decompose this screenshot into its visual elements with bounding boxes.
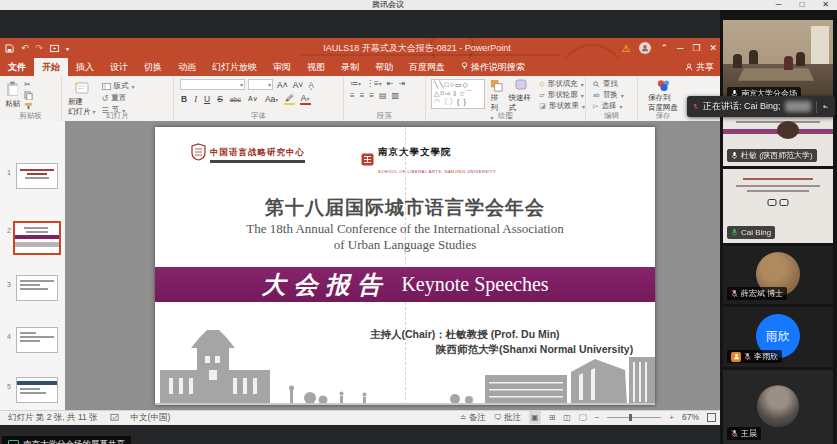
language-indicator[interactable]: 中文(中国) [131, 411, 171, 424]
participant-tile[interactable]: 雨欣 李雨欣 [723, 307, 833, 367]
maximize-icon[interactable]: □ [799, 0, 804, 10]
clear-formatting-button[interactable]: Ḁ [307, 80, 315, 90]
participant-tile[interactable]: 王晨 [723, 370, 833, 444]
shape-outline-button[interactable]: ▱形状轮廓▾ [539, 90, 585, 100]
window-close-icon[interactable]: ✕ [709, 43, 717, 53]
slide-thumbnail[interactable] [16, 327, 58, 353]
fit-to-window-icon[interactable] [707, 413, 716, 422]
comments-toggle[interactable]: 🗨 批注 [494, 411, 521, 424]
share-button[interactable]: 共享 [685, 58, 714, 76]
redo-icon[interactable]: ↷ [36, 43, 44, 53]
undo-icon[interactable]: ↶ [21, 43, 29, 53]
strikethrough-button[interactable]: S [216, 94, 224, 104]
tab-help[interactable]: 帮助 [367, 58, 401, 76]
text-highlight-button[interactable]: 🖉 [284, 93, 295, 105]
font-size-combobox[interactable]: ▾ [248, 79, 273, 90]
mic-speaking-icon [731, 228, 738, 237]
account-avatar[interactable] [639, 42, 651, 54]
shapes-gallery[interactable]: ╲╲□○▭◇△⌑⇨⇩☆⌒◠〔〕{ } [431, 79, 485, 109]
tab-insert[interactable]: 插入 [68, 58, 102, 76]
tab-design[interactable]: 设计 [102, 58, 136, 76]
seal-logo-icon [361, 153, 374, 166]
thumbnail-number: 4 [7, 333, 11, 340]
copy-icon[interactable] [24, 91, 33, 100]
spellcheck-icon[interactable] [110, 413, 119, 422]
align-center-button[interactable]: ≡ [360, 91, 365, 100]
reply-arrow-icon[interactable] [822, 102, 829, 112]
reading-view-button[interactable]: ◫ [563, 411, 571, 424]
tab-animations[interactable]: 动画 [170, 58, 204, 76]
participant-tile[interactable]: 薛宏斌 博士 [723, 246, 833, 304]
zoom-in-button[interactable]: + [669, 411, 674, 424]
save-icon[interactable] [5, 44, 14, 53]
shape-fill-button[interactable]: ◇形状填充▾ [539, 79, 585, 89]
slideshow-view-button[interactable]: 🖵 [579, 411, 587, 424]
columns-button[interactable]: ▥ [392, 91, 400, 100]
shape-fill-icon: ◇ [539, 80, 544, 88]
bullets-button[interactable]: ≔▾ [350, 79, 361, 88]
tab-transitions[interactable]: 切换 [136, 58, 170, 76]
increase-indent-button[interactable]: ⇥ [398, 79, 405, 88]
slide-sorter-view-button[interactable]: ⊞ [549, 411, 556, 424]
notes-toggle[interactable]: ≐ 备注 [460, 411, 486, 424]
reset-button[interactable]: ↺重置 [102, 93, 135, 103]
ribbon-display-options-icon[interactable]: ⌃ [660, 43, 668, 53]
shape-effects-button[interactable]: ◪形状效果▾ [539, 101, 585, 111]
close-icon[interactable]: ✕ [822, 0, 829, 10]
normal-view-button[interactable]: ▣ [529, 411, 541, 424]
current-slide[interactable]: 中国语言战略研究中心 南京大學文學院 SCHOOL OF LIBERAL ART… [155, 127, 655, 405]
tab-record[interactable]: 录制 [333, 58, 367, 76]
qat-dropdown-icon[interactable]: ▾ [66, 45, 69, 52]
tab-tell-me[interactable]: 操作说明搜索 [453, 58, 533, 76]
align-left-button[interactable]: ≡ [350, 91, 355, 100]
align-right-button[interactable]: ≡ [369, 91, 374, 100]
grow-font-button[interactable]: A˄ [276, 80, 289, 90]
find-button[interactable]: 查找 [593, 79, 618, 89]
zoom-slider-thumb[interactable] [629, 414, 632, 421]
save-to-baidu-button[interactable]: 保存到百度网盘 [638, 76, 688, 113]
bold-button[interactable]: B [180, 94, 188, 104]
underline-button[interactable]: U [203, 94, 211, 104]
zoom-percentage[interactable]: 67% [682, 411, 699, 424]
slide-thumbnail[interactable] [16, 163, 58, 189]
clear-strike-button[interactable]: abc [229, 96, 242, 103]
tab-review[interactable]: 审阅 [265, 58, 299, 76]
slide-editing-canvas[interactable]: 中国语言战略研究中心 南京大學文學院 SCHOOL OF LIBERAL ART… [65, 121, 720, 410]
slideshow-icon[interactable] [50, 44, 59, 53]
tab-file[interactable]: 文件 [0, 58, 34, 76]
cut-icon[interactable]: ✂ [24, 80, 33, 89]
speaking-notification-toast[interactable]: 正在讲话: Cai Bing; [687, 96, 835, 117]
tab-home[interactable]: 开始 [34, 58, 68, 76]
participant-tile-active-speaker[interactable]: Cai Bing [723, 169, 833, 243]
tab-view[interactable]: 视图 [299, 58, 333, 76]
font-color-button[interactable]: A▾ [300, 93, 311, 105]
zoom-out-button[interactable]: − [595, 411, 600, 424]
layout-button[interactable]: 版式▾ [102, 81, 135, 91]
justify-button[interactable]: ▤ [379, 91, 387, 100]
minimize-icon[interactable]: ─ [776, 0, 782, 10]
numbering-button[interactable]: ⋮≡▾ [366, 79, 382, 88]
slide-thumbnail[interactable] [16, 377, 58, 403]
change-case-button[interactable]: Aa▾ [264, 94, 279, 104]
slide-thumbnail-selected[interactable] [13, 221, 61, 255]
tab-slideshow[interactable]: 幻灯片放映 [204, 58, 265, 76]
select-button[interactable]: ▻选择▾ [593, 101, 622, 111]
warning-icon[interactable]: ⚠ [621, 43, 630, 54]
paste-button[interactable]: 粘贴 [5, 78, 20, 110]
character-spacing-button[interactable]: A∨ [247, 95, 259, 103]
shrink-font-button[interactable]: A˅ [292, 80, 305, 90]
font-name-combobox[interactable]: ▾ [180, 79, 245, 90]
document-title: IAULS18 开幕式及大会报告-0821 - PowerPoint [323, 38, 511, 58]
shape-outline-icon: ▱ [539, 91, 544, 99]
window-minimize-icon[interactable]: ─ [677, 43, 683, 53]
window-restore-icon[interactable]: ❐ [692, 43, 700, 53]
zoom-slider[interactable] [607, 417, 661, 418]
format-painter-icon[interactable] [24, 102, 33, 110]
logo-text: 南京大學文學院 [378, 147, 452, 157]
decrease-indent-button[interactable]: ⇤ [387, 79, 394, 88]
italic-button[interactable]: I [193, 94, 198, 104]
slide-thumbnail[interactable] [16, 275, 58, 301]
tab-baidu-netdisk[interactable]: 百度网盘 [401, 58, 453, 76]
replace-button[interactable]: ab替换▾ [593, 90, 624, 100]
participant-tile[interactable]: 南京大学分会场 [723, 20, 833, 104]
